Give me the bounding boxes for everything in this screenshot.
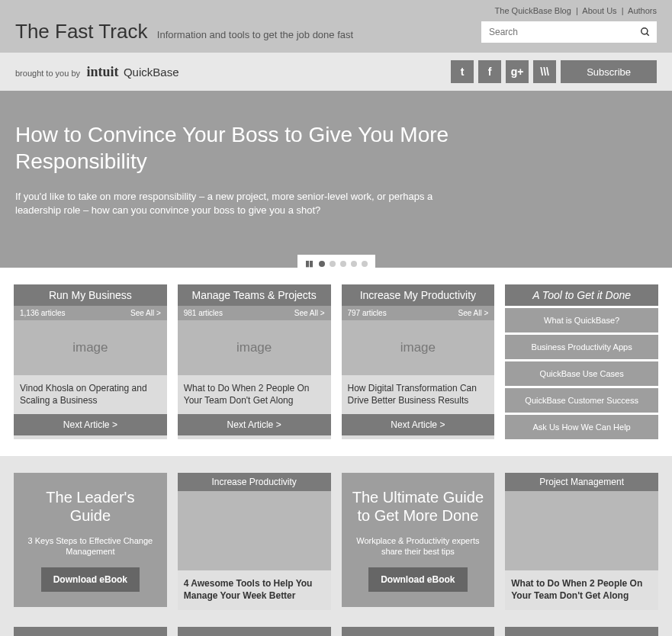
sidebar: A Tool to Get it Done What is QuickBase?… bbox=[505, 284, 658, 439]
card-image: image bbox=[342, 320, 495, 375]
next-article-button[interactable]: Next Article > bbox=[14, 414, 167, 435]
subscribe-button[interactable]: Subscribe bbox=[561, 60, 657, 83]
pager-dot-4[interactable] bbox=[351, 261, 357, 267]
card-head: Increase My Productivity bbox=[342, 284, 495, 306]
sidebar-item[interactable]: QuickBase Use Cases bbox=[505, 361, 658, 386]
hero-title: How to Convince Your Boss to Give You Mo… bbox=[15, 121, 564, 175]
promos-section: The Leader's Guide 3 Keys Steps to Effec… bbox=[0, 456, 672, 627]
broughtby-label: brought to you by bbox=[15, 69, 80, 78]
sidebar-item[interactable]: Business Productivity Apps bbox=[505, 335, 658, 359]
svg-line-1 bbox=[647, 33, 649, 35]
search-input[interactable] bbox=[481, 21, 657, 43]
card-article-title[interactable]: What to Do When 2 People On Your Team Do… bbox=[178, 375, 331, 414]
see-all-link[interactable]: See All > bbox=[294, 309, 325, 317]
pager-dot-5[interactable] bbox=[362, 261, 368, 267]
card-business: Run My Business 1,136 articlesSee All > … bbox=[14, 284, 167, 439]
social-google[interactable]: g+ bbox=[506, 60, 529, 83]
svg-point-0 bbox=[641, 27, 648, 34]
nav-authors[interactable]: Authors bbox=[628, 6, 657, 15]
stub-row bbox=[0, 627, 672, 636]
nav-blog[interactable]: The QuickBase Blog bbox=[495, 6, 571, 15]
promo-leaders-guide: The Leader's Guide 3 Keys Steps to Effec… bbox=[14, 473, 167, 610]
card-count: 1,136 articles bbox=[20, 309, 65, 317]
stub bbox=[342, 627, 495, 636]
card-teams: Manage Teams & Projects 981 articlesSee … bbox=[178, 284, 331, 439]
top-header: The QuickBase Blog | About Us | Authors … bbox=[0, 0, 672, 53]
sidebar-item[interactable]: Ask Us How We Can Help bbox=[505, 415, 658, 439]
carousel-pager: ▮▮ bbox=[297, 255, 375, 272]
card-image: image bbox=[178, 320, 331, 375]
hero: How to Convince Your Boss to Give You Mo… bbox=[0, 91, 672, 268]
card-image: image bbox=[14, 320, 167, 375]
sidebar-item[interactable]: What is QuickBase? bbox=[505, 308, 658, 332]
stub bbox=[14, 627, 167, 636]
promo-category: Increase Productivity bbox=[178, 473, 331, 491]
download-ebook-button[interactable]: Download eBook bbox=[41, 567, 140, 592]
brand-quickbase: QuickBase bbox=[124, 66, 179, 79]
card-productivity: Increase My Productivity 797 articlesSee… bbox=[342, 284, 495, 439]
card-count: 797 articles bbox=[348, 309, 387, 317]
social-facebook[interactable]: f bbox=[478, 60, 501, 83]
brand-intuit: intuit bbox=[86, 64, 118, 79]
promo-image bbox=[178, 491, 331, 570]
cards-section: Run My Business 1,136 articlesSee All > … bbox=[0, 268, 672, 456]
sidebar-head: A Tool to Get it Done bbox=[505, 284, 658, 306]
promo-article-productivity: Increase Productivity 4 Awesome Tools to… bbox=[178, 473, 331, 610]
next-article-button[interactable]: Next Article > bbox=[342, 414, 495, 435]
promo-ultimate-guide: The Ultimate Guide to Get More Done Work… bbox=[342, 473, 495, 610]
promo-article-title[interactable]: What to Do When 2 People On Your Team Do… bbox=[505, 570, 658, 610]
brand-bar: brought to you by intuit QuickBase t f g… bbox=[0, 53, 672, 91]
nav-about[interactable]: About Us bbox=[582, 6, 616, 15]
see-all-link[interactable]: See All > bbox=[458, 309, 488, 317]
sidebar-item[interactable]: QuickBase Customer Success bbox=[505, 388, 658, 413]
next-article-button[interactable]: Next Article > bbox=[178, 414, 331, 435]
pager-dot-3[interactable] bbox=[340, 261, 346, 267]
card-article-title[interactable]: How Digital Transformation Can Drive Bet… bbox=[342, 375, 495, 414]
download-ebook-button[interactable]: Download eBook bbox=[368, 567, 467, 592]
promo-sub: 3 Keys Steps to Effective Change Managem… bbox=[24, 535, 156, 557]
search-icon[interactable] bbox=[640, 27, 651, 37]
card-article-title[interactable]: Vinod Khosla on Operating and Scaling a … bbox=[14, 375, 167, 414]
card-head: Manage Teams & Projects bbox=[178, 284, 331, 306]
top-nav: The QuickBase Blog | About Us | Authors bbox=[15, 6, 657, 15]
stub bbox=[505, 627, 658, 636]
promo-category: Project Management bbox=[505, 473, 658, 491]
social-other[interactable]: \\\ bbox=[533, 60, 556, 83]
social-tumblr[interactable]: t bbox=[451, 60, 474, 83]
promo-article-project: Project Management What to Do When 2 Peo… bbox=[505, 473, 658, 610]
pager-dot-1[interactable] bbox=[319, 261, 325, 267]
card-head: Run My Business bbox=[14, 284, 167, 306]
stub bbox=[178, 627, 331, 636]
pause-icon[interactable]: ▮▮ bbox=[305, 259, 313, 268]
card-count: 981 articles bbox=[184, 309, 223, 317]
hero-desc: If you'd like to take on more responsibi… bbox=[15, 190, 473, 217]
promo-title: The Ultimate Guide to Get More Done bbox=[352, 488, 484, 525]
promo-article-title[interactable]: 4 Awesome Tools to Help You Manage Your … bbox=[178, 570, 331, 610]
see-all-link[interactable]: See All > bbox=[130, 309, 161, 317]
site-title: The Fast Track bbox=[15, 20, 147, 43]
promo-image bbox=[505, 491, 658, 570]
promo-sub: Workplace & Productivity experts share t… bbox=[352, 535, 484, 557]
site-tagline: Information and tools to get the job don… bbox=[157, 29, 353, 40]
promo-title: The Leader's Guide bbox=[24, 488, 156, 525]
pager-dot-2[interactable] bbox=[330, 261, 336, 267]
